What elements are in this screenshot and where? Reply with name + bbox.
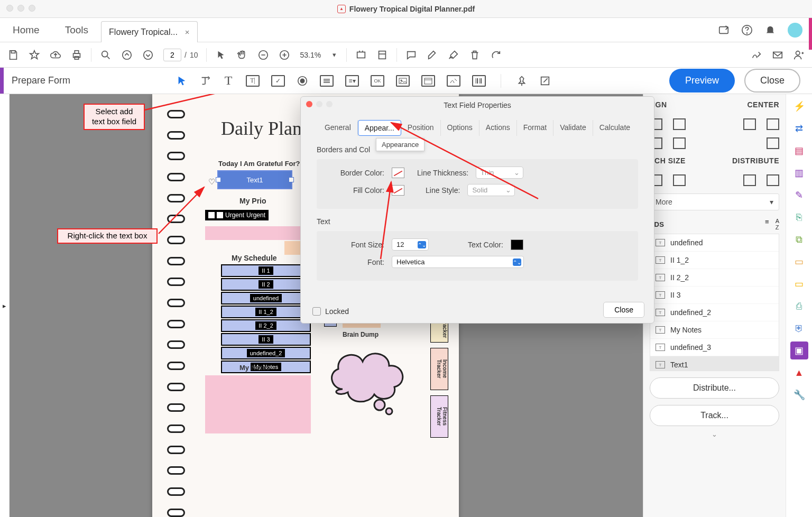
sidetool-redact[interactable]: ▭: [790, 253, 808, 271]
dialog-traffic[interactable]: [306, 101, 333, 107]
window-traffic-lights[interactable]: [6, 5, 35, 12]
page-down-icon[interactable]: [142, 49, 154, 61]
sched-row[interactable]: II 2: [221, 278, 311, 291]
zoom-in-icon[interactable]: [279, 49, 290, 61]
align-icon[interactable]: [673, 118, 686, 130]
text-tool-icon[interactable]: [199, 75, 211, 87]
checkbox-tool-icon[interactable]: ✓: [271, 75, 285, 87]
az-sort-icon[interactable]: AZ: [776, 218, 779, 230]
field-item[interactable]: Tundefined_3: [650, 339, 779, 356]
zoom-value[interactable]: 53.1%: [300, 51, 321, 59]
border-color-swatch[interactable]: [392, 168, 404, 178]
fit-page-icon[interactable]: [376, 49, 388, 61]
field-item[interactable]: TMy Notes: [650, 321, 779, 339]
dlg-tab-format[interactable]: Format: [517, 120, 553, 136]
track-button[interactable]: Track...: [650, 405, 779, 426]
center-icon[interactable]: [767, 118, 779, 130]
panel-chevron-down-icon[interactable]: ⌄: [650, 430, 779, 438]
comment-icon[interactable]: [405, 49, 417, 61]
sidetool-combine[interactable]: ⧉: [790, 230, 808, 248]
urgent-field[interactable]: UrgentUrgent: [205, 210, 269, 220]
signature-icon[interactable]: [751, 49, 762, 61]
close-button[interactable]: Close: [744, 69, 800, 93]
tab-tools[interactable]: Tools: [52, 18, 101, 42]
select-tool-icon[interactable]: [176, 75, 188, 87]
sched-row[interactable]: II 2_2: [221, 319, 311, 332]
tab-document[interactable]: Flowery Tropical... ×: [101, 21, 198, 42]
match-icon[interactable]: [673, 174, 686, 186]
preview-button[interactable]: Preview: [669, 69, 735, 93]
dlg-tab-calculate[interactable]: Calculate: [593, 120, 636, 136]
tab-close-icon[interactable]: ×: [185, 27, 190, 36]
line-thickness-select[interactable]: Thin⌄: [476, 167, 523, 179]
fill-color-swatch[interactable]: [392, 185, 404, 196]
sched-row[interactable]: II 3: [221, 333, 311, 346]
button-tool-icon[interactable]: OK: [371, 75, 384, 87]
text1-field[interactable]: Text1: [218, 171, 291, 188]
field-item[interactable]: TII 2_2: [650, 269, 779, 287]
sidetool-prepare-form[interactable]: ▣: [790, 341, 808, 359]
sidetool-more[interactable]: 🔧: [790, 386, 808, 404]
dlg-tab-validate[interactable]: Validate: [553, 120, 593, 136]
sidetool-export[interactable]: ⇄: [790, 119, 808, 137]
sort-icon[interactable]: ≡: [765, 218, 769, 230]
hand-icon[interactable]: [236, 49, 248, 61]
center-icon[interactable]: [743, 118, 756, 130]
zoom-out-icon[interactable]: [257, 49, 269, 61]
page-current-input[interactable]: [163, 49, 181, 61]
sidetool-sign[interactable]: ✎: [790, 186, 808, 204]
field-item[interactable]: TII 1_2: [650, 252, 779, 269]
field-item[interactable]: TII 3: [650, 287, 779, 304]
dlg-tab-actions[interactable]: Actions: [479, 120, 517, 136]
sidetool-optimize[interactable]: ⎙: [790, 297, 808, 315]
fields-list[interactable]: Tundefined TII 1_2 TII 2_2 TII 3 Tundefi…: [650, 234, 779, 371]
sched-row[interactable]: undefined: [221, 292, 311, 304]
center-icon[interactable]: [767, 137, 779, 149]
bell-icon[interactable]: [764, 24, 776, 36]
text-t-icon[interactable]: T: [223, 75, 234, 87]
text-color-swatch[interactable]: [511, 239, 523, 250]
sidetool-comment[interactable]: ▥: [790, 164, 808, 182]
signature-field-icon[interactable]: [447, 75, 460, 87]
field-item[interactable]: Tundefined: [650, 234, 779, 252]
distribute-icon[interactable]: [767, 174, 779, 186]
radio-tool-icon[interactable]: [297, 75, 308, 87]
search-icon[interactable]: [100, 49, 112, 61]
date-tool-icon[interactable]: [421, 75, 435, 87]
sidetool-pdf[interactable]: ▲: [790, 364, 808, 382]
chevron-down-icon[interactable]: ▾: [330, 49, 338, 61]
sidetool-protect[interactable]: ▭: [790, 275, 808, 293]
sign-icon[interactable]: [448, 49, 459, 61]
field-item[interactable]: Tundefined_2: [650, 304, 779, 321]
line-style-select[interactable]: Solid⌄: [467, 184, 515, 196]
dialog-close-button[interactable]: Close: [603, 302, 644, 318]
pin-icon[interactable]: [516, 75, 528, 87]
locked-checkbox[interactable]: Locked: [312, 307, 349, 316]
dlg-tab-general[interactable]: General: [318, 120, 358, 136]
sidetool-organize[interactable]: ⎘: [790, 208, 808, 226]
redo-icon[interactable]: [490, 49, 502, 61]
add-user-icon[interactable]: [793, 49, 805, 61]
field-item-selected[interactable]: TText1: [650, 356, 779, 371]
cloud-upload-icon[interactable]: [50, 49, 61, 61]
distribute-button[interactable]: Distribute...: [650, 377, 779, 399]
font-size-select[interactable]: 12⌃⌄: [392, 238, 429, 251]
distribute-icon[interactable]: [743, 174, 756, 186]
list-tool-icon[interactable]: [320, 75, 334, 87]
highlight-icon[interactable]: [427, 49, 438, 61]
dlg-tab-position[interactable]: Position: [401, 120, 441, 136]
image-tool-icon[interactable]: [396, 75, 410, 87]
dlg-tab-appearance[interactable]: Appear...: [358, 120, 401, 136]
save-icon[interactable]: [7, 49, 19, 61]
dlg-tab-options[interactable]: Options: [441, 120, 479, 136]
pointer-icon[interactable]: [215, 49, 227, 61]
sched-row[interactable]: II 1_2: [221, 306, 311, 318]
edit-icon[interactable]: [539, 75, 551, 87]
fit-width-icon[interactable]: [355, 49, 367, 61]
sched-row[interactable]: undefined_2: [221, 347, 311, 359]
font-select[interactable]: Helvetica⌃⌄: [392, 256, 524, 268]
left-gutter[interactable]: ▸: [0, 94, 10, 517]
sidetool-shield[interactable]: ⛨: [790, 319, 808, 337]
mail-icon[interactable]: [772, 49, 783, 61]
more-dropdown[interactable]: More▾: [650, 193, 779, 210]
